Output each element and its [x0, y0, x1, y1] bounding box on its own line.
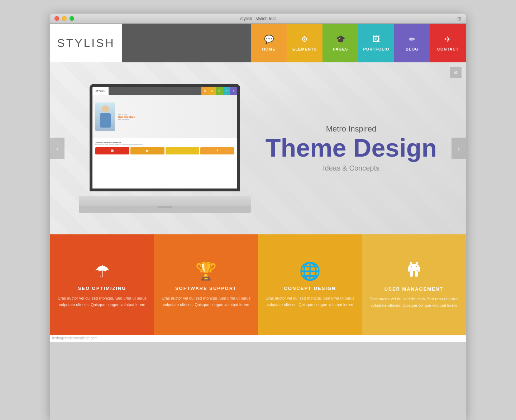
laptop-tiles: +	[95, 147, 234, 154]
svg-text:+: +	[181, 149, 183, 153]
laptop-screen-inner: STYLISH H E P P B	[92, 87, 237, 188]
close-button[interactable]	[54, 16, 59, 21]
laptop-para: Lorem ipsum dolor sit amet, consectetur …	[95, 144, 234, 145]
minimize-button[interactable]	[62, 16, 67, 21]
user-management-icon	[405, 260, 423, 282]
hero-section: ⚙ ‹ STYLISH H E	[50, 62, 466, 234]
laptop-nav: H E P P B	[201, 87, 237, 95]
feature-card-seo: ☂ SEO OPTIMIZING Cras auctor vel dui sed…	[50, 234, 154, 335]
pages-nav-icon: 🎓	[336, 35, 345, 44]
laptop-text: Hope To Enjoy Our Creative Ideas & Conce…	[118, 114, 234, 120]
slider-next-button[interactable]: ›	[452, 138, 466, 159]
concept-text: Cras auctor vel dui sed rhoncus. Sed urn…	[265, 295, 355, 308]
site-header: STYLISH 💬 HOME ⚙ ELEMENTS 🎓 PAGES	[50, 24, 466, 62]
laptop-keyboard	[79, 196, 251, 206]
feature-card-concept: 🌐 CONCEPT DESIGN Cras auctor vel dui sed…	[258, 234, 362, 335]
pages-nav-label: PAGES	[333, 47, 348, 51]
contact-nav-label: CONTACT	[437, 47, 459, 51]
elements-nav-label: ELEMENTS	[292, 47, 317, 51]
mac-window-controls	[54, 16, 74, 21]
user-title: USER MANAGEMENT	[384, 286, 443, 292]
svg-point-0	[111, 149, 114, 152]
nav-item-contact[interactable]: ✈ CONTACT	[430, 24, 466, 62]
software-icon: 🏆	[195, 261, 217, 281]
hero-title: Theme Design	[258, 135, 444, 161]
svg-rect-7	[408, 267, 410, 272]
laptop-mini-header: STYLISH H E P P B	[92, 87, 237, 95]
expand-icon[interactable]: ⊞	[457, 16, 462, 22]
hero-description: Ideas & Concepts	[258, 164, 444, 172]
nav-item-elements[interactable]: ⚙ ELEMENTS	[287, 24, 322, 62]
blog-nav-icon: ✏	[409, 35, 415, 44]
software-title: SOFTWARE SUPPORT	[175, 286, 237, 291]
watermark: heritagechristiancollege.com	[52, 336, 97, 340]
laptop-screen: STYLISH H E P P B	[90, 84, 240, 191]
svg-point-3	[217, 149, 218, 151]
feature-card-user: USER MANAGEMENT Cras auctor vel dui sed …	[362, 234, 466, 335]
svg-rect-10	[415, 271, 418, 277]
maximize-button[interactable]	[70, 16, 74, 21]
features-section: ☂ SEO OPTIMIZING Cras auctor vel dui sed…	[50, 234, 466, 335]
hero-subtitle: Metro Inspired	[258, 124, 444, 134]
svg-rect-9	[410, 271, 413, 277]
mac-titlebar: stylish | stylish test ⊞	[50, 14, 466, 24]
laptop-tile-4	[200, 147, 234, 154]
laptop-headline: Our Creative	[118, 115, 234, 119]
laptop-nav-pg: P	[216, 87, 223, 95]
nav-item-home[interactable]: 💬 HOME	[251, 24, 287, 62]
svg-point-14	[416, 266, 417, 267]
user-text: Cras auctor vel dui sed rhoncus. Sed urn…	[369, 296, 459, 309]
svg-rect-1	[146, 150, 148, 152]
nav-item-portfolio[interactable]: 🖼 PORTFOLIO	[358, 24, 394, 62]
svg-point-13	[411, 266, 412, 267]
laptop-mockup: STYLISH H E P P B	[79, 84, 251, 213]
mac-window: stylish | stylish test ⊞ STYLISH 💬 HOME …	[50, 14, 466, 420]
laptop-logo: STYLISH	[92, 87, 109, 95]
laptop-tile-1	[95, 147, 129, 154]
contact-nav-icon: ✈	[445, 35, 451, 44]
laptop-hero: Hope To Enjoy Our Creative Ideas & Conce…	[92, 95, 237, 138]
laptop-body: ACHIEVING GREATNESS TOGETHER Lorem ipsum…	[92, 138, 237, 157]
concept-icon: 🌐	[299, 261, 321, 281]
laptop-person-image	[95, 102, 115, 131]
software-text: Cras auctor vel dui sed rhoncus. Sed urn…	[161, 295, 251, 308]
svg-rect-8	[418, 267, 420, 272]
laptop-tile-2	[130, 147, 164, 154]
svg-rect-6	[408, 264, 419, 271]
logo-text: STYLISH	[57, 37, 115, 50]
laptop-nav-home: H	[201, 87, 209, 95]
home-nav-label: HOME	[262, 47, 276, 51]
seo-icon: ☂	[95, 261, 110, 281]
site-nav: 💬 HOME ⚙ ELEMENTS 🎓 PAGES 🖼 PORTFOLIO	[251, 24, 466, 62]
nav-item-blog[interactable]: ✏ BLOG	[394, 24, 430, 62]
settings-button[interactable]: ⚙	[450, 67, 462, 78]
site-logo[interactable]: STYLISH	[50, 24, 122, 62]
nav-item-pages[interactable]: 🎓 PAGES	[322, 24, 358, 62]
browser-content: STYLISH 💬 HOME ⚙ ELEMENTS 🎓 PAGES	[50, 24, 466, 335]
feature-card-software: 🏆 SOFTWARE SUPPORT Cras auctor vel dui s…	[154, 234, 258, 335]
portfolio-nav-icon: 🖼	[372, 35, 380, 44]
blog-nav-label: BLOG	[406, 47, 419, 51]
laptop-tile-3: +	[166, 147, 200, 154]
seo-title: SEO OPTIMIZING	[78, 286, 126, 291]
elements-nav-icon: ⚙	[301, 35, 308, 44]
slider-prev-button[interactable]: ‹	[50, 138, 64, 159]
laptop-subline: Ideas & Concepts	[118, 119, 234, 120]
laptop-nav-bl: B	[230, 87, 237, 95]
hero-right-content: Metro Inspired Theme Design Ideas & Conc…	[258, 124, 466, 172]
laptop-base	[79, 206, 251, 213]
concept-title: CONCEPT DESIGN	[284, 286, 336, 291]
portfolio-nav-label: PORTFOLIO	[363, 47, 389, 51]
window-title: stylish | stylish test	[240, 16, 276, 21]
seo-text: Cras auctor vel dui sed rhoncus. Sed urn…	[57, 295, 147, 308]
hero-left-content: STYLISH H E P P B	[50, 84, 258, 213]
laptop-nav-el: E	[209, 87, 216, 95]
laptop-nav-pf: P	[223, 87, 230, 95]
home-nav-icon: 💬	[264, 35, 274, 44]
